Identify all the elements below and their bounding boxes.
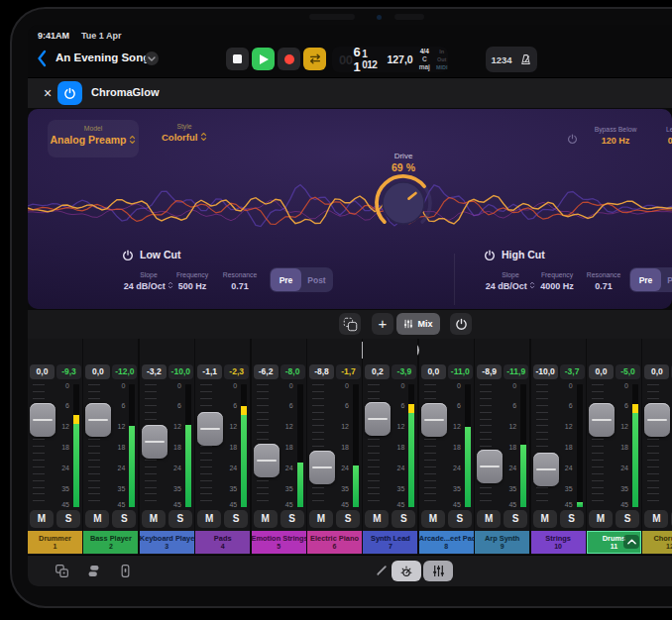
channel-volume-value[interactable]: -10,0 [533, 364, 558, 379]
channel-volume-value[interactable]: 0,0 [589, 364, 614, 379]
track-name-label[interactable]: Strings10 [531, 531, 586, 554]
solo-button[interactable]: S [224, 510, 248, 528]
track-name-label[interactable]: Synth Lead7 [363, 531, 417, 554]
model-selector[interactable]: Model Analog Preamp [48, 120, 139, 157]
post-button[interactable]: Post [661, 268, 672, 291]
mute-button[interactable]: M [477, 510, 501, 528]
mixer-power-button[interactable] [450, 313, 472, 335]
mix-view-toggle[interactable]: Mix [396, 313, 440, 335]
track-name-label[interactable]: Drummer1 [28, 531, 82, 554]
channel-volume-value[interactable]: 0,2 [365, 364, 390, 379]
track-name-label[interactable]: Pads4 [195, 531, 250, 554]
mute-button[interactable]: M [421, 510, 445, 528]
mute-button[interactable]: M [30, 510, 54, 528]
track-name-label[interactable]: Arcade...eet Pad8 [419, 531, 474, 554]
pencil-edit-icon[interactable] [375, 563, 391, 578]
record-button[interactable] [278, 48, 300, 70]
count-in-button[interactable]: 1234 [491, 54, 511, 65]
bypass-power-button[interactable] [567, 131, 578, 149]
channel-volume-value[interactable]: 0,0 [85, 364, 110, 379]
drive-knob[interactable] [372, 171, 435, 235]
channel-volume-value[interactable]: -8,8 [309, 364, 334, 379]
track-name-label[interactable]: Keyboard Player3 [140, 531, 194, 554]
channel-volume-value[interactable]: -8,9 [477, 364, 502, 379]
solo-button[interactable]: S [504, 510, 527, 528]
low-cut-power-button[interactable] [122, 248, 134, 265]
power-icon [63, 87, 76, 100]
track-name-label[interactable]: Chorus V12 [642, 531, 672, 554]
play-button[interactable] [252, 48, 275, 70]
back-button[interactable] [36, 50, 52, 69]
channel-volume-value[interactable]: 0,0 [421, 364, 446, 379]
song-title[interactable]: An Evening Song [56, 52, 150, 63]
track-name-label[interactable]: Emotion Strings5 [252, 531, 306, 554]
solo-button[interactable]: S [560, 510, 584, 528]
media-browser-icon[interactable] [86, 564, 102, 579]
channel-strip-7: 0,2-3,9061218243545MSSynth Lead7 [363, 339, 417, 555]
track-name-label[interactable]: Electric Piano6 [307, 531, 362, 554]
level-meter-fill [73, 415, 79, 507]
mute-button[interactable]: M [365, 510, 389, 528]
song-menu-button[interactable] [145, 52, 159, 65]
stop-button[interactable] [226, 48, 249, 70]
solo-button[interactable]: S [616, 510, 639, 528]
fader-handle[interactable] [142, 425, 168, 459]
fader-rail [312, 384, 324, 507]
duplicate-icon[interactable] [55, 564, 70, 579]
solo-button[interactable]: S [392, 510, 415, 528]
collapse-chevron-button[interactable] [623, 535, 639, 549]
mute-button[interactable]: M [197, 510, 221, 528]
solo-button[interactable]: S [112, 510, 136, 528]
high-cut-power-button[interactable] [484, 248, 496, 265]
low-cut-resonance[interactable]: Resonance 0.71 [208, 271, 272, 291]
meter-scale-tick: 45 [556, 501, 573, 508]
meter-scale-tick: 12 [388, 423, 404, 430]
style-selector[interactable]: Style Colorful [157, 123, 212, 143]
add-track-button[interactable]: + [372, 313, 393, 335]
meter-scale-tick: 35 [444, 485, 461, 492]
bypass-below-control[interactable]: Bypass Below 120 Hz [583, 126, 648, 146]
lcd-display[interactable]: 00 6 1 1 012 127,0 4/4 C maj In Out MIDI [332, 47, 448, 72]
mute-button[interactable]: M [254, 510, 278, 528]
level-control[interactable]: Level 0.0 [652, 126, 672, 146]
close-plugin-button[interactable]: × [40, 85, 56, 101]
plugin-view-button[interactable] [392, 561, 421, 581]
pre-button[interactable]: Pre [630, 268, 661, 291]
mute-button[interactable]: M [309, 510, 333, 528]
solo-button[interactable]: S [280, 510, 304, 528]
mute-button[interactable]: M [533, 510, 557, 528]
audio-device-icon[interactable] [118, 564, 134, 579]
mute-button[interactable]: M [142, 510, 166, 528]
channel-volume-value[interactable]: -1,1 [197, 364, 222, 379]
meter-scale-tick: 12 [444, 423, 461, 430]
mute-button[interactable]: M [644, 510, 668, 528]
high-cut-resonance[interactable]: Resonance 0.71 [572, 271, 635, 291]
channel-peak-value: -1,7 [336, 364, 361, 379]
cycle-button[interactable] [303, 48, 326, 70]
mixer-view-button[interactable] [423, 561, 453, 581]
mute-button[interactable]: M [589, 510, 613, 528]
channel-strip-12: 0,0061218243545MSChorus V12 [642, 339, 672, 555]
level-meter-fill [297, 463, 303, 507]
channel-volume-value[interactable]: 0,0 [30, 364, 55, 379]
meter-scale-tick: 6 [108, 402, 125, 409]
channel-volume-value[interactable]: 0,0 [644, 364, 669, 379]
track-name-label[interactable]: Drums11 [587, 531, 641, 554]
post-button[interactable]: Post [301, 268, 332, 291]
level-meter-fill [408, 404, 414, 507]
solo-button[interactable]: S [56, 510, 80, 528]
channel-volume-value[interactable]: -3,2 [142, 364, 167, 379]
paste-settings-button[interactable] [339, 313, 361, 335]
mute-button[interactable]: M [85, 510, 109, 528]
track-name-label[interactable]: Arp Synth9 [475, 531, 529, 554]
solo-button[interactable]: S [448, 510, 472, 528]
track-name-label[interactable]: Bass Player2 [83, 531, 138, 554]
solo-button[interactable]: S [336, 510, 360, 528]
pre-button[interactable]: Pre [271, 268, 301, 291]
metronome-icon[interactable] [519, 53, 532, 66]
ipad-device-frame: 9:41AM Tue 1 Apr An Evening Song 00 [10, 7, 672, 608]
bezel-sensor-pill [309, 14, 355, 20]
solo-button[interactable]: S [168, 510, 192, 528]
channel-volume-value[interactable]: -6,2 [254, 364, 279, 379]
plugin-power-button[interactable] [57, 81, 82, 105]
